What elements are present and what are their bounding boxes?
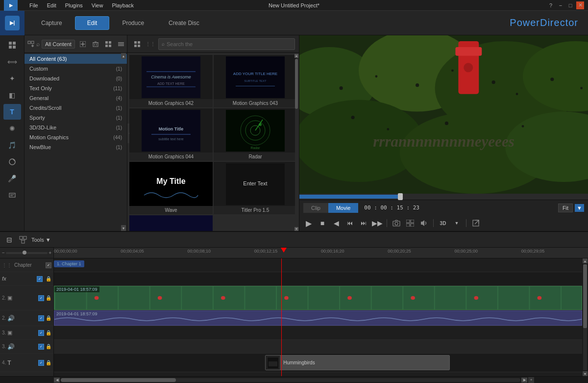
movie-tab[interactable]: Movie xyxy=(328,203,358,213)
menu-edit[interactable]: Edit xyxy=(43,1,60,9)
timeline-vscroll[interactable]: ▲ ▼ xyxy=(582,258,588,376)
title-check[interactable]: ✓ xyxy=(38,360,44,366)
subtitles-btn[interactable] xyxy=(3,187,21,203)
video3-lock[interactable]: 🔒 xyxy=(46,330,51,335)
menu-view[interactable]: View xyxy=(88,1,107,9)
zoom-slider[interactable] xyxy=(6,252,48,254)
prev-frame-button[interactable]: ◀ xyxy=(331,218,342,229)
tools-label[interactable]: Tools ▼ xyxy=(31,237,51,243)
progress-thumb[interactable] xyxy=(398,193,403,200)
restore-button[interactable]: □ xyxy=(566,1,574,9)
3d-button[interactable]: 3D xyxy=(438,218,448,229)
category-sporty[interactable]: Sporty (1) xyxy=(24,113,127,123)
audio2-clip[interactable]: 2019-04-01 18:57:09 xyxy=(54,310,582,326)
hscroll-right[interactable]: ▶ xyxy=(521,378,527,383)
fit-dropdown-arrow[interactable]: ▼ xyxy=(575,204,584,212)
title-clip[interactable]: Hummingbirds xyxy=(265,355,450,370)
create-disc-tab[interactable]: Create Disc xyxy=(157,17,211,29)
cat-scroll-up[interactable]: ▲ xyxy=(121,53,126,59)
add-media-btn[interactable] xyxy=(27,38,34,50)
content-grid-btn[interactable] xyxy=(131,38,143,50)
close-button[interactable]: ✕ xyxy=(576,1,584,9)
video2-lock[interactable]: 🔒 xyxy=(46,295,51,301)
hscroll-thumb[interactable] xyxy=(61,378,176,382)
produce-tab[interactable]: Produce xyxy=(110,17,156,29)
new-template-btn[interactable] xyxy=(77,38,89,50)
edit-tab[interactable]: Edit xyxy=(75,16,110,30)
category-custom[interactable]: Custom (1) xyxy=(24,64,127,74)
cat-scroll-down[interactable]: ▼ xyxy=(121,225,126,231)
audio-button[interactable] xyxy=(418,218,429,229)
category-credits-scroll[interactable]: Credits/Scroll (1) xyxy=(24,103,127,113)
content-sort-btn[interactable]: ⋮⋮ xyxy=(145,38,156,50)
chapter-check[interactable]: ✓ xyxy=(46,262,51,268)
effects-btn[interactable]: ✦ xyxy=(3,71,21,86)
menu-file[interactable]: File xyxy=(25,1,42,9)
preview-mode-button[interactable] xyxy=(405,218,416,229)
preview-progress-bar[interactable] xyxy=(299,194,588,200)
fx-check[interactable]: ✓ xyxy=(37,276,43,282)
fit-button[interactable]: Fit xyxy=(558,204,573,212)
vscroll-down[interactable]: ▼ xyxy=(583,371,588,376)
content-item-titlep[interactable]: Enter Text Titler Pro 1.5 xyxy=(214,162,297,214)
list-view-btn[interactable] xyxy=(115,38,127,50)
next-frame-button[interactable]: ⏭ xyxy=(358,218,369,229)
colorboard-btn[interactable] xyxy=(3,154,21,170)
content-scroll-up[interactable]: ▲ xyxy=(294,54,298,58)
master-clip-btn[interactable] xyxy=(18,234,28,245)
grid-view-btn[interactable] xyxy=(102,38,114,50)
category-general[interactable]: General (4) xyxy=(24,93,127,103)
category-text-only[interactable]: Text Only (11) xyxy=(24,83,127,93)
content-scroll-down[interactable]: ▼ xyxy=(294,227,298,231)
stop-button[interactable]: ■ xyxy=(317,218,328,229)
content-scroll-area[interactable]: Cinema is Awesome ADD TEXT HERE Motion G… xyxy=(127,53,299,231)
content-item-mytitle[interactable]: My Title My Title xyxy=(129,215,213,231)
voiceover-btn[interactable]: 🎤 xyxy=(3,171,21,186)
zoom-out-btn[interactable]: − xyxy=(2,250,5,255)
zoom-thumb[interactable] xyxy=(23,251,26,255)
split-view-btn[interactable]: ⊟ xyxy=(4,234,15,245)
help-button[interactable]: ? xyxy=(547,1,555,9)
vscroll-up[interactable]: ▲ xyxy=(583,258,588,263)
category-all-content[interactable]: All Content (63) xyxy=(24,54,127,64)
capture-tab[interactable]: Capture xyxy=(29,17,74,29)
fx-lock[interactable]: 🔒 xyxy=(46,276,51,281)
titles-btn[interactable]: T xyxy=(3,104,21,120)
content-filter-dropdown[interactable]: All Content xyxy=(42,40,75,49)
zoom-in-btn[interactable]: + xyxy=(49,250,51,255)
video2-clip[interactable]: 2019-04-01 18:57:09 xyxy=(54,286,582,310)
audio3-check[interactable]: ✓ xyxy=(38,344,44,350)
vscroll-thumb[interactable] xyxy=(583,264,587,328)
next-clip-button[interactable]: ▶▶ xyxy=(372,218,383,229)
delete-template-btn[interactable] xyxy=(90,38,101,50)
audio3-lock[interactable]: 🔒 xyxy=(46,344,51,349)
content-scrollbar[interactable]: ▲ ▼ xyxy=(294,53,299,231)
search-btn[interactable]: ⌕ xyxy=(36,38,40,50)
content-item-mg044[interactable]: Motion Title subtitle text here Motion G… xyxy=(129,108,213,161)
snapshot-button[interactable] xyxy=(391,218,402,229)
particles-btn[interactable]: ✺ xyxy=(3,121,21,136)
title-lock[interactable]: 🔒 xyxy=(46,360,51,365)
audio2-lock[interactable]: 🔒 xyxy=(46,315,51,321)
video3-check[interactable]: ✓ xyxy=(38,330,44,336)
clip-tab[interactable]: Clip xyxy=(303,203,328,213)
play-button[interactable]: ▶ xyxy=(303,218,314,229)
audio-btn[interactable]: 🎵 xyxy=(3,137,21,153)
content-item-mg042[interactable]: Cinema is Awesome ADD TEXT HERE Motion G… xyxy=(129,55,213,107)
video2-check[interactable]: ✓ xyxy=(38,295,44,301)
category-motion-graphics[interactable]: Motion Graphics (44) xyxy=(24,132,127,142)
hscroll-add[interactable]: + xyxy=(528,377,534,383)
content-item-radar[interactable]: Radar Radar xyxy=(214,108,297,161)
menu-plugins[interactable]: Plugins xyxy=(61,1,87,9)
menu-playback[interactable]: Playback xyxy=(108,1,138,9)
hscroll-left[interactable]: ◀ xyxy=(54,378,60,383)
scrollbar-thumb[interactable] xyxy=(295,59,298,109)
pip-btn[interactable]: ◧ xyxy=(3,87,21,103)
minimize-button[interactable]: − xyxy=(557,1,564,9)
prev-clip-button[interactable]: ⏮ xyxy=(344,218,355,229)
media-library-btn[interactable] xyxy=(3,37,21,53)
content-item-wave[interactable]: My Title Wave xyxy=(129,162,213,214)
category-3d-like[interactable]: 3D/3D-Like (1) xyxy=(24,123,127,132)
category-newblue[interactable]: NewBlue (1) xyxy=(24,142,127,152)
content-item-mg043[interactable]: ADD YOUR TITLE HERE SUBTITLE TEXT Motion… xyxy=(214,55,297,107)
